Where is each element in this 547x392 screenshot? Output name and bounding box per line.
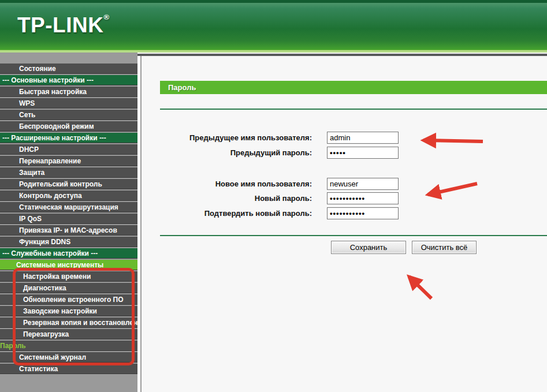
sidebar-item[interactable]: WPS [0,98,137,109]
sidebar-item[interactable]: Состояние [0,64,137,74]
main-content [140,56,547,392]
tp-link-logo: TP-LINK® [17,13,110,38]
sidebar-item[interactable]: DHCP [0,144,137,155]
old-username-input[interactable] [327,132,399,144]
new-username-input[interactable] [327,178,399,190]
sidebar-section-header: --- Служебные настройки --- [0,248,137,259]
header-top-strip [0,0,547,3]
old-password-input[interactable] [327,147,399,159]
sidebar-item[interactable]: Системный журнал [0,352,137,363]
sidebar-item[interactable]: Привязка IP- и MAC-адресов [0,225,137,236]
page-title: Пароль [160,81,547,94]
clear-all-button[interactable]: Очистить всё [412,241,477,254]
new-password-label: Новый пароль: [160,192,312,204]
header: TP-LINK® [0,0,547,53]
sidebar-nav: Состояние--- Основные настройки ---Быстр… [0,53,137,374]
sidebar-item[interactable]: Пароль [0,341,137,351]
sidebar-item[interactable]: Диагностика [0,283,137,293]
divider-bottom [160,235,547,236]
sidebar-item[interactable]: Системные инструменты [0,260,137,270]
confirm-new-password-input[interactable] [327,207,399,219]
new-password-input[interactable] [327,192,399,204]
old-username-label: Предыдущее имя пользователя: [160,132,312,144]
sidebar-item[interactable]: IP QoS [0,214,137,224]
sidebar-item[interactable]: Родительский контроль [0,179,137,189]
sidebar-item[interactable]: Контроль доступа [0,191,137,201]
sidebar-item[interactable]: Статическая маршрутизация [0,202,137,212]
sidebar-item[interactable]: Настройка времени [0,271,137,282]
old-password-label: Предыдущий пароль: [160,147,312,159]
sidebar-item[interactable]: Заводские настройки [0,306,137,316]
sidebar: Состояние--- Основные настройки ---Быстр… [0,53,137,392]
sidebar-item[interactable]: Статистика [0,364,137,374]
sidebar-section-header: --- Расширенные настройки --- [0,133,137,143]
sidebar-section-header: --- Основные настройки --- [0,75,137,85]
sidebar-item[interactable]: Защита [0,167,137,178]
sidebar-item[interactable]: Обновление встроенного ПО [0,294,137,305]
sidebar-item[interactable]: Функция DDNS [0,237,137,247]
registered-mark: ® [103,13,109,21]
divider-top [160,109,547,110]
sidebar-item[interactable]: Перезагрузка [0,329,137,339]
sidebar-item[interactable]: Сеть [0,110,137,120]
confirm-new-password-label: Подтвердить новый пароль: [160,207,312,219]
new-username-label: Новое имя пользователя: [160,178,312,190]
sidebar-item[interactable]: Резервная копия и восстановление [0,318,137,328]
sidebar-item[interactable]: Перенаправление [0,156,137,166]
sidebar-item[interactable]: Беспроводной режим [0,121,137,132]
sidebar-item[interactable]: Быстрая настройка [0,87,137,97]
save-button[interactable]: Сохранить [331,241,406,254]
router-admin-page: TP-LINK® Состояние--- Основные настройки… [0,0,547,392]
